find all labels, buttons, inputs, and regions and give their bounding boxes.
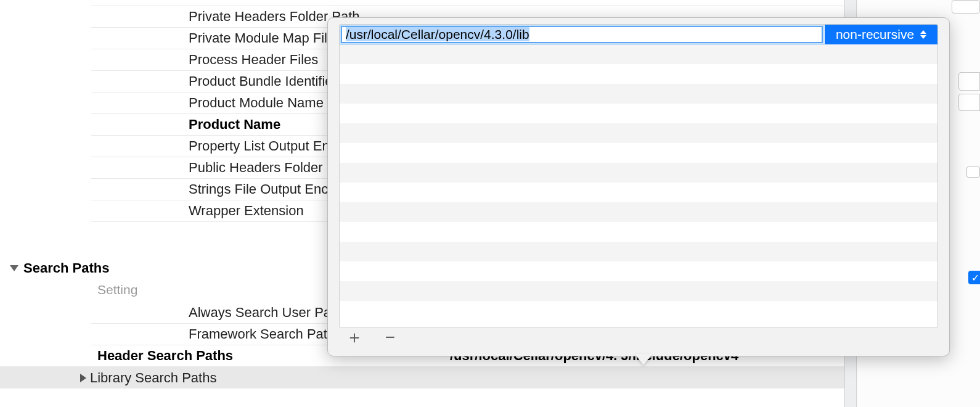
inspector-field-partial[interactable] <box>958 72 980 91</box>
popover-toolbar: ＋ − <box>339 325 399 350</box>
minus-icon: − <box>385 327 395 347</box>
setting-label: Strings File Output Encoding <box>91 181 361 197</box>
setting-label: Private Headers Folder Path <box>91 9 360 25</box>
recurse-select[interactable]: non-recursive <box>825 25 937 44</box>
setting-label: Framework Search Paths <box>91 326 341 342</box>
path-list-row-empty[interactable] <box>340 242 937 261</box>
section-title: Search Paths <box>23 260 109 276</box>
disclosure-triangle-down-icon[interactable] <box>10 265 18 271</box>
path-list-row-empty[interactable] <box>340 123 937 143</box>
setting-label: Product Bundle Identifier <box>91 73 337 89</box>
path-list-row-empty[interactable] <box>340 84 937 104</box>
path-list-row-empty[interactable] <box>340 261 937 281</box>
row-library-search-paths[interactable]: Library Search Paths <box>0 367 844 388</box>
path-list-row-empty[interactable] <box>340 281 937 301</box>
path-edit-cell[interactable]: /usr/local/Cellar/opencv/4.3.0/lib <box>340 25 824 44</box>
top-row-value[interactable]: No ⌄ <box>450 0 482 4</box>
inspector-field-partial[interactable] <box>966 166 980 178</box>
setting-label: Product Module Name <box>91 95 324 111</box>
path-list-row-empty[interactable] <box>340 143 937 163</box>
plus-icon: ＋ <box>346 326 363 349</box>
path-list-row-empty[interactable] <box>340 301 937 321</box>
setting-label: Library Search Paths <box>90 370 216 386</box>
path-list-row-empty[interactable] <box>340 163 937 183</box>
setting-label: Header Search Paths <box>0 348 233 364</box>
path-list-popover: /usr/local/Cellar/opencv/4.3.0/lib non-r… <box>327 17 950 356</box>
disclosure-triangle-right-icon[interactable] <box>80 374 86 382</box>
path-list-row-empty[interactable] <box>340 104 937 123</box>
setting-label: Private Module Map File <box>91 30 335 46</box>
setting-label: Public Headers Folder Path <box>91 160 354 176</box>
check-icon: ✓ <box>971 272 979 284</box>
recurse-cell[interactable]: non-recursive <box>824 25 937 44</box>
path-list-row-empty[interactable] <box>340 202 937 222</box>
inspector-field-partial[interactable] <box>952 0 980 14</box>
setting-label: Product Name <box>91 117 280 133</box>
path-list-row-empty[interactable] <box>340 222 937 242</box>
add-path-button[interactable]: ＋ <box>345 328 364 347</box>
path-list-row[interactable]: /usr/local/Cellar/opencv/4.3.0/lib non-r… <box>340 25 937 44</box>
path-input[interactable]: /usr/local/Cellar/opencv/4.3.0/lib <box>341 26 823 43</box>
recurse-select-label: non-recursive <box>836 27 914 42</box>
setting-label: Wrapper Extension <box>91 203 304 219</box>
path-input-text: /usr/local/Cellar/opencv/4.3.0/lib <box>346 27 529 41</box>
updown-icon <box>920 30 926 39</box>
path-list[interactable]: /usr/local/Cellar/opencv/4.3.0/lib non-r… <box>339 24 938 328</box>
setting-label: Process Header Files <box>91 52 318 68</box>
path-list-row-empty[interactable] <box>340 44 937 64</box>
path-list-row-empty[interactable] <box>340 64 937 84</box>
path-list-row-empty[interactable] <box>340 183 937 202</box>
remove-path-button[interactable]: − <box>381 328 399 347</box>
inspector-field-partial[interactable] <box>958 94 980 111</box>
checkbox-checked[interactable]: ✓ <box>968 271 980 284</box>
popover-tail-icon <box>635 354 652 365</box>
